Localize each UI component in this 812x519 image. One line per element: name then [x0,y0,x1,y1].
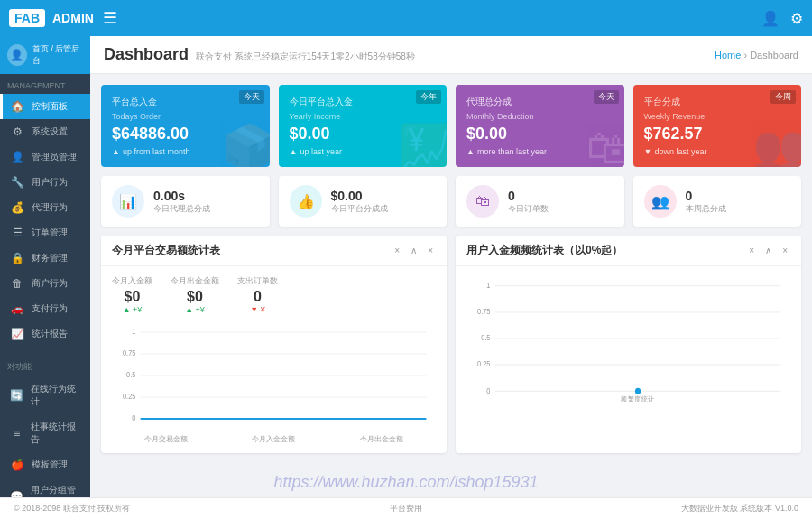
hamburger-icon[interactable]: ☰ [103,8,117,28]
settings-icon: ⚙ [10,125,24,138]
small-stat-value-1: 0.00s [153,189,210,203]
list-icon: ≡ [10,427,23,440]
small-stat-value-4: 0 [686,189,726,203]
stat-card-bg-icon-2: 💹 [398,122,447,167]
logo-fab: FAB [9,9,45,27]
sidebar-item-stats[interactable]: 📈 统计报告 [0,321,90,347]
logo: FAB ADMIN [9,9,94,27]
user-icon[interactable]: 👤 [761,10,780,27]
small-stat-value-3: 0 [508,189,549,203]
chart-stat-label-1: 今月入金额 [112,275,152,287]
chart-ctrl-expand[interactable]: ∧ [408,245,420,256]
payment-icon: 🚗 [10,302,24,315]
settings-icon[interactable]: ⚙ [790,10,803,27]
stat-cards: 今天 平台总入金 Todays Order $64886.00 up from … [101,85,801,167]
small-stat-cards: 📊 0.00s 今日代理总分成 👍 $0.00 今日平台分成成 🛍 [101,176,801,227]
stat-card-subtitle-4: Weekly Revenue [644,112,791,121]
chart-ctrl-minimize[interactable]: × [392,245,402,256]
footer-system-info: 大数据业开发版 系统版本 V1.0.0 [681,503,798,514]
chart-panel-right: 用户入金频频统计表（以0%起） × ∧ × [456,236,801,453]
chart-ctrl-minimize-r[interactable]: × [746,245,757,256]
chart-stat-change-3: ▼ ¥ [237,305,278,314]
svg-text:频繁度统计: 频繁度统计 [621,395,655,402]
chart-ctrl-expand-r[interactable]: ∧ [762,245,774,256]
small-stat-icon-3: 🛍 [466,185,499,218]
sidebar-item-templates[interactable]: 🍎 模板管理 [0,452,90,477]
top-header: FAB ADMIN ☰ 👤 ⚙ [0,0,812,36]
chart-stat-value-3: 0 [237,289,278,305]
chart-stat-label-3: 支出订单数 [237,275,278,287]
chart-ctrl-close-r[interactable]: × [780,245,790,256]
sidebar-item-label: 在线行为统计 [31,383,83,408]
agent-icon: 💰 [10,201,24,214]
stat-card-platform-income: 今天 平台总入金 Todays Order $64886.00 up from … [101,85,270,167]
small-stat-icon-2: 👍 [290,185,322,218]
logo-admin: ADMIN [52,11,94,25]
sidebar-item-label: 控制面板 [32,100,68,113]
svg-text:0: 0 [132,414,136,423]
small-stat-icon-1: 📊 [112,185,144,218]
sidebar-item-dashboard[interactable]: 🏠 控制面板 [0,94,90,119]
sidebar-item-admin[interactable]: 👤 管理员管理 [0,144,90,170]
trend-up-icon [112,147,120,156]
stat-card-title-2: 今日平台总入金 [290,96,437,108]
chart-stat-2: 今月出金金额 $0 ▲ +¥ [171,275,219,314]
svg-text:0.25: 0.25 [123,393,136,402]
sidebar-item-agent[interactable]: 💰 代理行为 [0,195,90,220]
small-stat-info-3: 0 今日订单数 [508,189,549,215]
sidebar-item-payment[interactable]: 🚗 支付行为 [0,296,90,321]
chart-ctrl-close[interactable]: × [425,245,436,256]
sidebar-item-settings[interactable]: ⚙ 系统设置 [0,119,90,144]
stat-card-agent-commission: 今天 代理总分成 Monthly Deduction $0.00 more th… [456,85,624,167]
content-area: Dashboard 联合支付 系统已经稳定运行154天1零2小时58分钟58秒 … [90,36,812,497]
stat-card-subtitle-2: Yearly Income [290,112,437,121]
small-stat-value-2: $0.00 [331,189,388,203]
admin-icon: 👤 [10,151,24,163]
chart-controls-left: × ∧ × [392,245,436,256]
sidebar-item-user-action[interactable]: 🔧 用户行为 [0,170,90,195]
orders-icon: ☰ [10,227,24,239]
page-title: Dashboard [104,45,189,64]
breadcrumb: Home › Dashboard [715,50,798,60]
refresh-icon: 🔄 [10,389,23,402]
sidebar-item-online-stats[interactable]: 🔄 在线行为统计 [0,376,90,414]
chat-icon: 💬 [10,490,23,497]
sidebar-item-merchant[interactable]: 🗑 商户行为 [0,271,90,296]
x-label-1: 今月交易金额 [144,434,188,444]
svg-point-20 [635,388,641,394]
stats-icon: 📈 [10,328,24,340]
small-stat-card-1: 📊 0.00s 今日代理总分成 [101,176,270,227]
sidebar-item-label: 社事统计报告 [31,421,83,446]
svg-text:0.5: 0.5 [481,334,490,342]
template-icon: 🍎 [10,459,24,471]
trend-up-icon-2 [290,147,298,156]
svg-text:0.25: 0.25 [477,360,490,368]
home-icon: 🏠 [10,100,24,113]
small-stat-icon-4: 👥 [644,185,677,218]
sidebar-item-social-stats[interactable]: ≡ 社事统计报告 [0,414,90,452]
sidebar-item-label: 商户行为 [32,277,68,290]
chart-title-left: 今月平台交易额统计表 [112,243,220,258]
chart-controls-right: × ∧ × [746,245,790,256]
chart-stat-value-2: $0 [171,289,219,305]
stat-card-bg-icon-1: 📦 [221,122,270,167]
chart-stat-1: 今月入金额 $0 ▲ +¥ [112,275,152,314]
chart-header-left: 今月平台交易额统计表 × ∧ × [101,236,447,266]
chart-x-labels: 今月交易金额 今月入金金额 今月出金金额 [112,434,436,444]
small-stat-label-2: 今日平台分成成 [331,203,388,215]
chart-stat-value-1: $0 [112,289,152,305]
page-subtitle: 联合支付 系统已经稳定运行154天1零2小时58分钟58秒 [196,51,415,63]
stat-card-title-4: 平台分成 [644,96,791,108]
sidebar-item-user-groups[interactable]: 💬 用户分组管理 [0,477,90,497]
sidebar-item-finance[interactable]: 🔒 财务管理 [0,246,90,271]
sidebar-item-orders[interactable]: ☰ 订单管理 [0,220,90,246]
stat-card-bg-icon-4: 👥 [752,122,801,167]
small-stat-label-4: 本周总分成 [686,203,726,215]
stat-card-title-3: 代理总分成 [466,96,614,108]
stat-card-yearly-income: 今年 今日平台总入金 Yearly Income $0.00 up last y… [279,85,448,167]
stat-card-subtitle-3: Monthly Deduction [466,112,614,121]
stat-card-title-1: 平台总入金 [112,96,259,108]
trend-down-icon-4 [644,147,652,156]
small-stat-info-4: 0 本周总分成 [686,189,726,215]
breadcrumb-home-link[interactable]: Home [715,50,741,60]
